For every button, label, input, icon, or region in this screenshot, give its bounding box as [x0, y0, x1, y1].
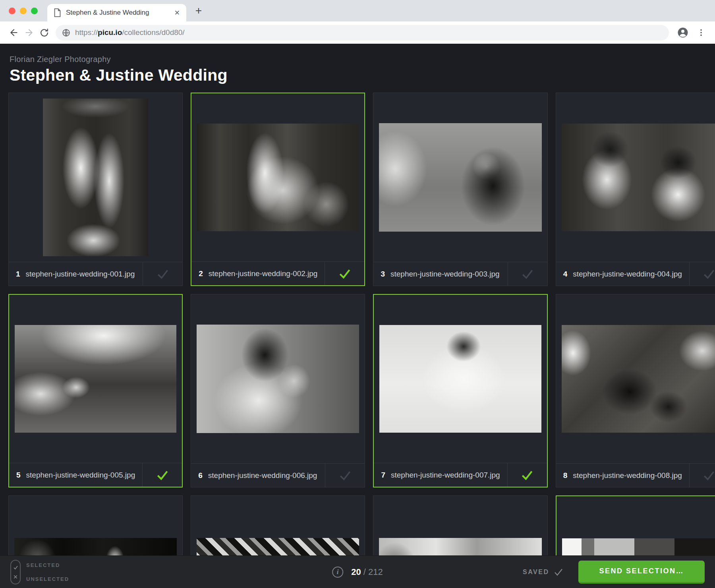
window-controls — [0, 8, 47, 14]
photo-thumbnail[interactable] — [197, 124, 359, 231]
photo-frame — [191, 294, 365, 463]
photo-caption: 2stephen-justine-wedding-002.jpg — [191, 261, 364, 285]
check-icon — [702, 267, 715, 281]
photo-frame — [9, 93, 182, 262]
page-title: Stephen & Justine Wedding — [10, 66, 705, 85]
photo-frame — [556, 294, 715, 463]
profile-avatar-icon[interactable] — [675, 25, 690, 40]
tab-close-icon[interactable]: ✕ — [174, 10, 180, 16]
photo-thumbnail[interactable] — [43, 99, 148, 256]
selection-legend: SELECTED UNSELECTED — [10, 560, 69, 584]
selected-legend-label: SELECTED — [26, 563, 69, 568]
tab-strip: Stephen & Justine Wedding ✕ + — [0, 0, 715, 21]
globe-icon — [62, 29, 70, 37]
photo-number: 6 — [198, 471, 203, 480]
check-icon — [156, 267, 170, 281]
photo-frame — [374, 295, 547, 463]
photo-filename: stephen-justine-wedding-001.jpg — [26, 270, 135, 279]
check-icon — [338, 469, 352, 482]
photo-frame — [9, 295, 182, 463]
photo-card[interactable]: 7stephen-justine-wedding-007.jpg — [373, 294, 547, 487]
select-toggle[interactable] — [689, 464, 715, 487]
photo-caption: 8stephen-justine-wedding-008.jpg — [556, 463, 715, 487]
send-selection-button[interactable]: SEND SELECTION… — [578, 561, 705, 584]
photo-filename: stephen-justine-wedding-005.jpg — [26, 471, 135, 480]
photo-number: 1 — [16, 270, 20, 279]
photo-card[interactable]: 3stephen-justine-wedding-003.jpg — [373, 93, 547, 286]
select-toggle[interactable] — [143, 262, 182, 286]
close-window-button[interactable] — [9, 8, 15, 14]
selection-count-group: i 20 / 212 — [332, 567, 383, 578]
photo-thumbnail[interactable] — [379, 123, 541, 232]
x-icon — [13, 574, 18, 579]
select-toggle[interactable] — [142, 463, 182, 487]
photo-card[interactable]: 8stephen-justine-wedding-008.jpg — [556, 294, 715, 487]
photo-thumbnail[interactable] — [197, 325, 359, 433]
photo-thumbnail[interactable] — [379, 325, 541, 433]
check-icon — [554, 567, 563, 577]
photo-filename: stephen-justine-wedding-004.jpg — [573, 270, 682, 279]
legend-labels: SELECTED UNSELECTED — [26, 561, 69, 583]
browser-window: Stephen & Justine Wedding ✕ + https://pi… — [0, 0, 715, 588]
check-icon — [13, 565, 18, 570]
page-favicon-document-icon — [54, 8, 61, 17]
photo-number: 2 — [199, 269, 203, 278]
photo-card[interactable]: 2stephen-justine-wedding-002.jpg — [191, 93, 365, 286]
photo-frame — [556, 93, 715, 262]
maximize-window-button[interactable] — [31, 8, 38, 14]
selection-count: 20 / 212 — [351, 567, 383, 577]
photo-card[interactable]: 5stephen-justine-wedding-005.jpg — [8, 294, 183, 487]
photo-grid: 1stephen-justine-wedding-001.jpg 2stephe… — [0, 91, 715, 588]
tab-title: Stephen & Justine Wedding — [66, 9, 170, 17]
check-icon — [521, 267, 534, 281]
url-bar[interactable]: https://picu.io/collections/d0d80/ — [56, 25, 669, 41]
photo-caption: 1stephen-justine-wedding-001.jpg — [9, 262, 182, 286]
select-toggle[interactable] — [689, 262, 715, 286]
back-button[interactable] — [6, 25, 21, 40]
page-header: Florian Ziegler Photography Stephen & Ju… — [0, 44, 715, 91]
photo-caption: 6stephen-justine-wedding-006.jpg — [191, 463, 365, 487]
select-toggle[interactable] — [507, 463, 547, 487]
footer-bar: SELECTED UNSELECTED i 20 / 212 SAVED SEN… — [0, 555, 715, 588]
reload-button[interactable] — [37, 25, 52, 40]
photo-card[interactable]: 6stephen-justine-wedding-006.jpg — [191, 294, 365, 487]
photo-number: 4 — [563, 270, 568, 279]
photo-thumbnail[interactable] — [562, 124, 715, 231]
select-toggle[interactable] — [325, 464, 365, 487]
saved-status: SAVED — [523, 567, 563, 577]
photo-number: 7 — [381, 471, 385, 480]
proofing-gallery-page: Florian Ziegler Photography Stephen & Ju… — [0, 44, 715, 588]
kebab-menu-icon[interactable] — [694, 25, 709, 40]
minimize-window-button[interactable] — [20, 8, 27, 14]
unselected-legend-label: UNSELECTED — [26, 576, 69, 582]
check-icon — [520, 468, 534, 482]
check-icon — [156, 468, 169, 482]
photo-filename: stephen-justine-wedding-006.jpg — [208, 471, 317, 480]
select-toggle[interactable] — [325, 262, 364, 285]
browser-tab[interactable]: Stephen & Justine Wedding ✕ — [47, 4, 186, 21]
check-icon — [702, 469, 715, 482]
photo-number: 8 — [563, 471, 568, 480]
photo-thumbnail[interactable] — [15, 325, 176, 433]
check-icon — [338, 267, 352, 280]
photo-filename: stephen-justine-wedding-008.jpg — [573, 471, 682, 480]
photo-frame — [373, 93, 547, 262]
studio-name: Florian Ziegler Photography — [10, 55, 705, 64]
footer-right: SAVED SEND SELECTION… — [523, 561, 705, 584]
new-tab-button[interactable]: + — [192, 4, 205, 17]
photo-caption: 7stephen-justine-wedding-007.jpg — [374, 463, 547, 487]
photo-card[interactable]: 4stephen-justine-wedding-004.jpg — [556, 93, 715, 286]
photo-filename: stephen-justine-wedding-007.jpg — [391, 471, 500, 480]
photo-frame — [191, 93, 364, 261]
photo-caption: 4stephen-justine-wedding-004.jpg — [556, 262, 715, 286]
select-toggle[interactable] — [508, 262, 547, 286]
photo-caption: 5stephen-justine-wedding-005.jpg — [9, 463, 182, 487]
photo-number: 5 — [16, 471, 21, 480]
info-icon[interactable]: i — [332, 567, 343, 578]
url-text[interactable]: https://picu.io/collections/d0d80/ — [75, 28, 185, 37]
forward-button[interactable] — [21, 25, 37, 40]
photo-thumbnail[interactable] — [562, 325, 715, 433]
photo-card[interactable]: 1stephen-justine-wedding-001.jpg — [8, 93, 183, 286]
photo-filename: stephen-justine-wedding-003.jpg — [390, 270, 500, 279]
photo-caption: 3stephen-justine-wedding-003.jpg — [373, 262, 547, 286]
